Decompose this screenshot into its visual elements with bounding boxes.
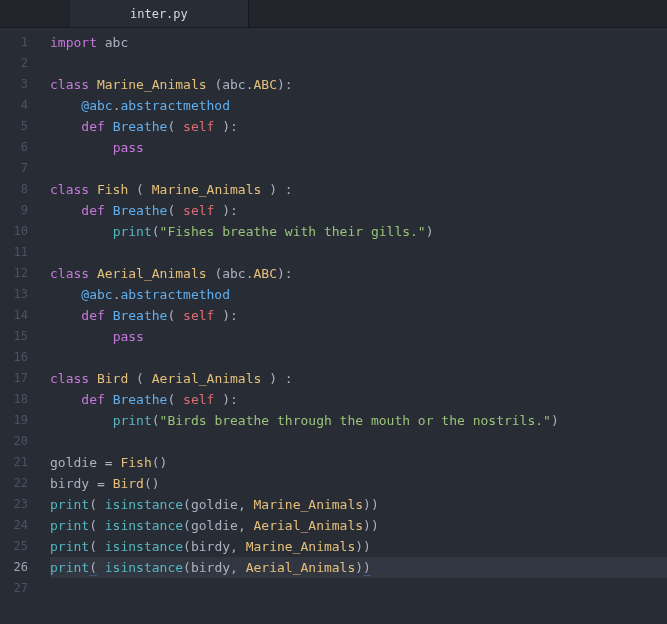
gutter: 1234567891011121314151617181920212223242… bbox=[0, 28, 38, 624]
line-number: 18 bbox=[0, 389, 38, 410]
code-line[interactable]: pass bbox=[50, 326, 667, 347]
line-number: 25 bbox=[0, 536, 38, 557]
code-line[interactable]: pass bbox=[50, 137, 667, 158]
code-line[interactable]: goldie = Fish() bbox=[50, 452, 667, 473]
editor: 1234567891011121314151617181920212223242… bbox=[0, 28, 667, 624]
line-number: 16 bbox=[0, 347, 38, 368]
line-number: 3 bbox=[0, 74, 38, 95]
code-line[interactable]: class Bird ( Aerial_Animals ) : bbox=[50, 368, 667, 389]
code-area[interactable]: import abc class Marine_Animals (abc.ABC… bbox=[38, 28, 667, 624]
code-line-active[interactable]: print( isinstance(birdy, Aerial_Animals)… bbox=[50, 557, 667, 578]
line-number: 19 bbox=[0, 410, 38, 431]
code-line[interactable]: def Breathe( self ): bbox=[50, 116, 667, 137]
code-line[interactable]: import abc bbox=[50, 32, 667, 53]
builtin-print: print bbox=[113, 224, 152, 239]
code-line[interactable]: print( isinstance(birdy, Marine_Animals)… bbox=[50, 536, 667, 557]
line-number: 23 bbox=[0, 494, 38, 515]
line-number: 17 bbox=[0, 368, 38, 389]
code-line[interactable]: birdy = Bird() bbox=[50, 473, 667, 494]
code-line[interactable]: class Fish ( Marine_Animals ) : bbox=[50, 179, 667, 200]
code-line[interactable]: class Marine_Animals (abc.ABC): bbox=[50, 74, 667, 95]
line-number: 1 bbox=[0, 32, 38, 53]
tab-filename: inter.py bbox=[130, 7, 188, 21]
code-line[interactable]: def Breathe( self ): bbox=[50, 305, 667, 326]
code-line[interactable] bbox=[50, 53, 667, 74]
keyword-import: import bbox=[50, 35, 97, 50]
code-line[interactable] bbox=[50, 242, 667, 263]
code-line[interactable]: def Breathe( self ): bbox=[50, 200, 667, 221]
code-line[interactable]: @abc.abstractmethod bbox=[50, 284, 667, 305]
line-number: 14 bbox=[0, 305, 38, 326]
line-number: 2 bbox=[0, 53, 38, 74]
line-number: 21 bbox=[0, 452, 38, 473]
class-name: Fish bbox=[97, 182, 128, 197]
code-line[interactable] bbox=[50, 578, 667, 599]
line-number: 13 bbox=[0, 284, 38, 305]
line-number: 6 bbox=[0, 137, 38, 158]
code-line[interactable]: class Aerial_Animals (abc.ABC): bbox=[50, 263, 667, 284]
line-number: 5 bbox=[0, 116, 38, 137]
tab-bar-spacer bbox=[0, 0, 70, 27]
tab-active[interactable]: inter.py bbox=[70, 0, 249, 27]
class-name: Bird bbox=[97, 371, 128, 386]
code-line[interactable] bbox=[50, 158, 667, 179]
code-line[interactable]: print("Birds breathe through the mouth o… bbox=[50, 410, 667, 431]
tab-bar: inter.py bbox=[0, 0, 667, 28]
code-line[interactable]: print("Fishes breathe with their gills."… bbox=[50, 221, 667, 242]
line-number: 8 bbox=[0, 179, 38, 200]
code-line[interactable] bbox=[50, 431, 667, 452]
decorator-at: @ bbox=[81, 98, 89, 113]
code-line[interactable] bbox=[50, 347, 667, 368]
method-name: Breathe bbox=[113, 119, 168, 134]
line-number: 24 bbox=[0, 515, 38, 536]
identifier: birdy bbox=[50, 476, 89, 491]
line-number: 9 bbox=[0, 200, 38, 221]
class-name: Aerial_Animals bbox=[97, 266, 207, 281]
line-number: 7 bbox=[0, 158, 38, 179]
line-number: 4 bbox=[0, 95, 38, 116]
line-number: 27 bbox=[0, 578, 38, 599]
module-abc: abc bbox=[105, 35, 128, 50]
line-number: 26 bbox=[0, 557, 38, 578]
string-literal: "Fishes breathe with their gills." bbox=[160, 224, 426, 239]
line-number: 20 bbox=[0, 431, 38, 452]
class-name: Marine_Animals bbox=[97, 77, 207, 92]
identifier: goldie bbox=[50, 455, 97, 470]
code-line[interactable]: def Breathe( self ): bbox=[50, 389, 667, 410]
string-literal: "Birds breathe through the mouth or the … bbox=[160, 413, 551, 428]
code-line[interactable]: print( isinstance(goldie, Marine_Animals… bbox=[50, 494, 667, 515]
code-line[interactable]: @abc.abstractmethod bbox=[50, 95, 667, 116]
line-number: 22 bbox=[0, 473, 38, 494]
line-number: 15 bbox=[0, 326, 38, 347]
line-number: 10 bbox=[0, 221, 38, 242]
line-number: 11 bbox=[0, 242, 38, 263]
code-line[interactable]: print( isinstance(goldie, Aerial_Animals… bbox=[50, 515, 667, 536]
line-number: 12 bbox=[0, 263, 38, 284]
